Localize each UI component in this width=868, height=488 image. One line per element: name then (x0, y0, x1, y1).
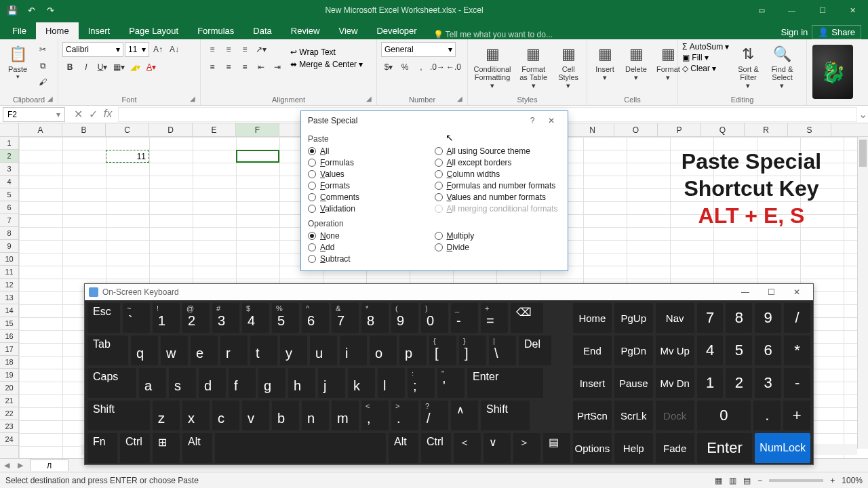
radio-formats[interactable]: Formats (308, 181, 435, 190)
radio-widths[interactable]: Column widths (435, 169, 561, 179)
key-∨[interactable]: ∨ (484, 433, 511, 463)
grow-font-icon[interactable]: A↑ (151, 42, 165, 57)
key-Shift[interactable]: Shift (87, 401, 150, 430)
numkey-0[interactable]: 0 (697, 401, 751, 430)
numkey--[interactable]: - (784, 368, 810, 398)
numkey-enter[interactable]: Enter (697, 433, 753, 463)
key-c[interactable]: c (212, 401, 239, 430)
row-5[interactable]: 5 (0, 188, 18, 201)
italic-button[interactable]: I (79, 60, 94, 75)
navkey-mvdn[interactable]: Mv Dn (656, 368, 694, 398)
align-top-icon[interactable]: ≡ (205, 42, 220, 57)
navkey-scrlk[interactable]: ScrLk (614, 401, 653, 430)
key-=[interactable]: += (481, 303, 508, 333)
orientation-icon[interactable]: ↗▾ (254, 42, 269, 57)
key-4[interactable]: $4 (242, 303, 269, 333)
copy-icon[interactable]: ⧉ (35, 58, 50, 73)
font-size-select[interactable]: 11▾ (125, 42, 149, 57)
view-normal-icon[interactable]: ▦ (715, 476, 722, 485)
key-2[interactable]: @2 (182, 303, 210, 333)
format-as-table-button[interactable]: ▦Format as Table▾ (517, 42, 550, 92)
col-c[interactable]: C (106, 123, 149, 136)
underline-button[interactable]: U▾ (95, 60, 110, 75)
radio-none[interactable]: None (308, 231, 435, 241)
col-f[interactable]: F (236, 123, 279, 136)
numkey-3[interactable]: 3 (755, 368, 781, 398)
radio-vnum[interactable]: Values and number formats (435, 192, 561, 202)
row-1[interactable]: 1 (0, 137, 18, 150)
view-page-icon[interactable]: ▥ (729, 476, 736, 485)
key-Tab[interactable]: Tab (87, 336, 128, 365)
key-s[interactable]: s (169, 368, 196, 398)
key-f[interactable]: f (229, 368, 256, 398)
signin-link[interactable]: Sign in (781, 27, 808, 37)
navkey-insert[interactable]: Insert (573, 368, 612, 398)
tab-file[interactable]: File (3, 22, 36, 39)
col-b[interactable]: B (62, 123, 106, 136)
radio-add[interactable]: Add (308, 243, 435, 252)
key-9[interactable]: (9 (391, 303, 418, 333)
number-dialog-launcher[interactable]: ◢ (457, 95, 465, 103)
navkey-home[interactable]: Home (573, 303, 612, 333)
dialog-close-button[interactable]: ✕ (542, 116, 561, 125)
autosum-button[interactable]: Σ AutoSum ▾ (682, 42, 729, 52)
numkey-*[interactable]: * (784, 336, 810, 365)
percent-icon[interactable]: % (397, 60, 412, 75)
numkey-9[interactable]: 9 (755, 303, 781, 333)
paste-button[interactable]: 📋 Paste▾ (4, 42, 31, 81)
key-space[interactable] (215, 433, 386, 463)
tab-review[interactable]: Review (281, 22, 330, 39)
key-a[interactable]: a (139, 368, 166, 398)
align-bottom-icon[interactable]: ≡ (237, 42, 252, 57)
navkey-pgup[interactable]: PgUp (614, 303, 653, 333)
key--[interactable]: _- (451, 303, 478, 333)
expand-formula-icon[interactable]: ⌄ (857, 108, 868, 121)
border-button[interactable]: ▦▾ (111, 60, 126, 75)
row-2[interactable]: 2 (0, 150, 18, 163)
select-all-corner[interactable] (0, 123, 19, 136)
row-8[interactable]: 8 (0, 227, 18, 240)
numkey-2[interactable]: 2 (726, 368, 752, 398)
key-Ctrl[interactable]: Ctrl (120, 433, 150, 463)
clipboard-dialog-launcher[interactable]: ◢ (47, 95, 56, 103)
font-dialog-launcher[interactable]: ◢ (190, 95, 198, 103)
cancel-formula-icon[interactable]: ✕ (72, 108, 84, 121)
row-22[interactable]: 22 (0, 407, 18, 420)
find-select-button[interactable]: 🔍Find & Select▾ (767, 42, 797, 92)
key-d[interactable]: d (199, 368, 226, 398)
dialog-help-button[interactable]: ? (523, 116, 542, 125)
tab-pagelayout[interactable]: Page Layout (119, 22, 188, 39)
col-o[interactable]: O (614, 123, 658, 136)
key-∧[interactable]: ∧ (451, 401, 478, 430)
tab-view[interactable]: View (329, 22, 367, 39)
navkey-nav[interactable]: Nav (656, 303, 694, 333)
row-20[interactable]: 20 (0, 382, 18, 394)
insert-cells-button[interactable]: ▦Insert▾ (591, 42, 618, 83)
key-u[interactable]: u (310, 336, 337, 365)
key-6[interactable]: ^6 (302, 303, 329, 333)
numkey-1[interactable]: 1 (697, 368, 724, 398)
tab-formulas[interactable]: Formulas (188, 22, 243, 39)
key-o[interactable]: o (370, 336, 397, 365)
numkey-.[interactable]: . (753, 401, 781, 430)
numkey-7[interactable]: 7 (697, 303, 724, 333)
zoom-slider[interactable] (769, 479, 823, 482)
key-.[interactable]: >. (391, 401, 418, 430)
maximize-icon[interactable]: ☐ (807, 0, 837, 20)
row-21[interactable]: 21 (0, 394, 18, 407)
currency-icon[interactable]: $▾ (381, 60, 396, 75)
navkey-prtscn[interactable]: PrtScn (573, 401, 612, 430)
key-r[interactable]: r (220, 336, 248, 365)
key-Shift[interactable]: Shift (481, 401, 530, 430)
numkey-8[interactable]: 8 (726, 303, 752, 333)
col-p[interactable]: P (658, 123, 701, 136)
row-19[interactable]: 19 (0, 369, 18, 382)
row-9[interactable]: 9 (0, 240, 18, 253)
key-l[interactable]: l (378, 368, 405, 398)
row-6[interactable]: 6 (0, 201, 18, 214)
key-y[interactable]: y (280, 336, 307, 365)
increase-decimal-icon[interactable]: .0→ (430, 60, 445, 75)
sheet-next-icon[interactable]: ▶ (18, 461, 23, 470)
zoom-level[interactable]: 100% (842, 476, 863, 485)
col-a[interactable]: A (19, 123, 62, 136)
